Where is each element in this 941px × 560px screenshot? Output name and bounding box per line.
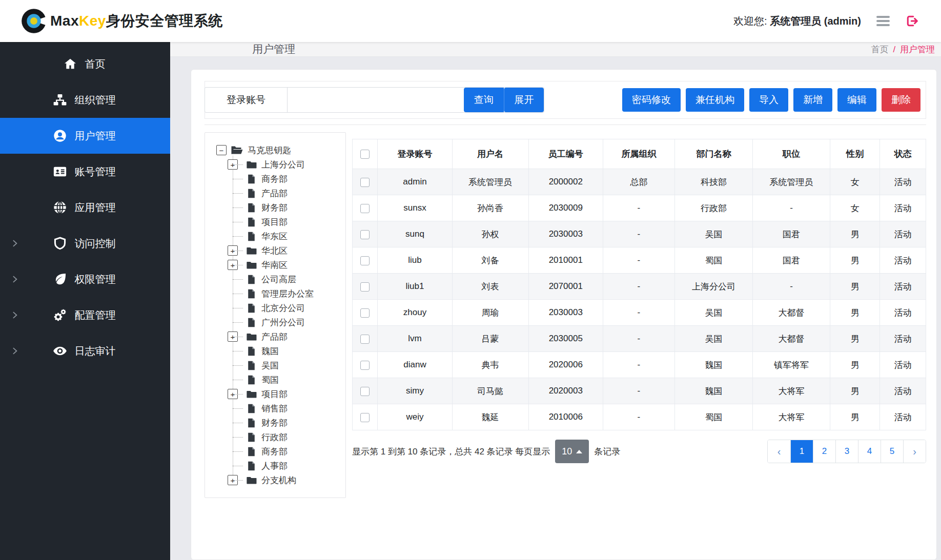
tree-node-label[interactable]: 上海分公司	[261, 159, 305, 171]
table-row[interactable]: liub刘备2010001-蜀国国君男活动	[353, 247, 926, 274]
table-row[interactable]: sunq孙权2030003-吴国国君男活动	[353, 221, 926, 247]
select-all-checkbox[interactable]	[360, 150, 370, 159]
tree-node[interactable]: 商务部	[246, 444, 340, 459]
tree-node[interactable]: 管理层办公室	[246, 286, 340, 301]
sidebar-item-org[interactable]: 组织管理	[0, 82, 170, 118]
tree-node-label[interactable]: 公司高层	[261, 274, 296, 285]
tree-node-label[interactable]: 财务部	[261, 417, 288, 429]
page-button-1[interactable]: 1	[790, 440, 813, 463]
tree-node[interactable]: +产品部	[246, 329, 340, 344]
next-page-button[interactable]: ›	[903, 440, 926, 463]
action-button-删除[interactable]: 删除	[882, 88, 920, 112]
row-checkbox[interactable]	[360, 413, 370, 422]
tree-node-label[interactable]: 华东区	[261, 231, 288, 242]
sidebar-item-audit[interactable]: 日志审计	[0, 333, 170, 369]
tree-node[interactable]: 公司高层	[246, 272, 340, 286]
minus-expander-icon[interactable]: −	[216, 145, 227, 155]
tree-node[interactable]: 广州分公司	[246, 315, 340, 329]
tree-node-label[interactable]: 北京分公司	[261, 302, 305, 314]
action-button-新增[interactable]: 新增	[793, 88, 832, 112]
plus-expander-icon[interactable]: +	[228, 245, 238, 256]
page-button-5[interactable]: 5	[881, 440, 903, 463]
row-checkbox[interactable]	[360, 335, 370, 344]
row-checkbox[interactable]	[360, 230, 370, 239]
table-row[interactable]: zhouy周瑜2030003-吴国大都督男活动	[353, 300, 926, 326]
tree-node[interactable]: 财务部	[246, 200, 340, 215]
tree-node-label[interactable]: 商务部	[261, 446, 288, 458]
plus-expander-icon[interactable]: +	[228, 331, 238, 342]
login-account-input[interactable]	[288, 88, 464, 112]
tree-node-label[interactable]: 产品部	[261, 331, 288, 343]
table-row[interactable]: sunsx孙尚香2030009-行政部-女活动	[353, 195, 926, 221]
tree-node[interactable]: +华南区	[246, 258, 340, 272]
sidebar-item-config[interactable]: 配置管理	[0, 297, 170, 333]
action-button-编辑[interactable]: 编辑	[837, 88, 876, 112]
tree-node[interactable]: 产品部	[246, 186, 340, 200]
row-checkbox[interactable]	[360, 282, 370, 292]
expand-button[interactable]: 展开	[504, 88, 544, 112]
tree-node-label[interactable]: 华北区	[261, 245, 288, 257]
page-button-4[interactable]: 4	[858, 440, 881, 463]
query-button[interactable]: 查询	[464, 88, 504, 112]
plus-expander-icon[interactable]: +	[228, 389, 238, 399]
tree-node[interactable]: 行政部	[246, 430, 340, 444]
tree-node-label[interactable]: 分支机构	[261, 474, 296, 486]
tree-node-label[interactable]: 魏国	[261, 345, 279, 357]
page-button-3[interactable]: 3	[835, 440, 858, 463]
previous-page-button[interactable]: ‹	[768, 440, 790, 463]
tree-node[interactable]: 华东区	[246, 229, 340, 243]
tree-node[interactable]: 财务部	[246, 416, 340, 430]
tree-node-label[interactable]: 商务部	[261, 173, 288, 185]
row-checkbox[interactable]	[360, 256, 370, 265]
action-button-导入[interactable]: 导入	[749, 88, 788, 112]
tree-node-label[interactable]: 蜀国	[261, 374, 279, 386]
sidebar-item-home[interactable]: 首页	[0, 46, 170, 82]
table-row[interactable]: weiy魏延2010006-蜀国大将军男活动	[353, 404, 926, 430]
tree-node[interactable]: −马克思钥匙	[216, 143, 340, 157]
tree-node-label[interactable]: 项目部	[261, 388, 288, 400]
tree-node-label[interactable]: 产品部	[261, 188, 288, 199]
tree-node[interactable]: 人事部	[246, 459, 340, 473]
logout-icon[interactable]	[905, 14, 919, 28]
tree-node-label[interactable]: 广州分公司	[261, 317, 305, 328]
tree-node-label[interactable]: 财务部	[261, 202, 288, 214]
row-checkbox[interactable]	[360, 308, 370, 318]
tree-node-label[interactable]: 吴国	[261, 360, 279, 371]
menu-toggle-icon[interactable]	[876, 16, 890, 26]
row-checkbox[interactable]	[360, 204, 370, 213]
row-checkbox[interactable]	[360, 387, 370, 396]
tree-node[interactable]: 商务部	[246, 172, 340, 186]
tree-node[interactable]: +分支机构	[246, 473, 340, 487]
breadcrumb-home[interactable]: 首页	[871, 45, 889, 54]
plus-expander-icon[interactable]: +	[228, 260, 238, 270]
tree-node[interactable]: 项目部	[246, 215, 340, 229]
tree-node-label[interactable]: 行政部	[261, 431, 288, 443]
sidebar-item-app[interactable]: 应用管理	[0, 190, 170, 225]
row-checkbox[interactable]	[360, 178, 370, 187]
tree-node[interactable]: 魏国	[246, 344, 340, 358]
table-row[interactable]: simy司马懿2020003-魏国大将军男活动	[353, 378, 926, 404]
page-size-dropdown[interactable]: 10	[555, 440, 589, 463]
row-checkbox[interactable]	[360, 361, 370, 370]
tree-node-label[interactable]: 销售部	[261, 403, 288, 414]
tree-node[interactable]: 蜀国	[246, 372, 340, 387]
tree-node[interactable]: 销售部	[246, 401, 340, 416]
sidebar-item-access[interactable]: 访问控制	[0, 225, 170, 261]
plus-expander-icon[interactable]: +	[228, 159, 238, 170]
tree-node[interactable]: 吴国	[246, 358, 340, 372]
table-row[interactable]: liub1刘表2070001-上海分公司-男活动	[353, 274, 926, 300]
action-button-兼任机构[interactable]: 兼任机构	[686, 88, 744, 112]
tree-node-label[interactable]: 项目部	[261, 216, 288, 228]
tree-node[interactable]: 北京分公司	[246, 301, 340, 315]
page-button-2[interactable]: 2	[813, 440, 835, 463]
table-row[interactable]: lvm吕蒙2030005-吴国大都督男活动	[353, 326, 926, 352]
tree-node-label[interactable]: 人事部	[261, 460, 288, 472]
tree-node-label[interactable]: 马克思钥匙	[248, 144, 291, 156]
action-button-密码修改[interactable]: 密码修改	[622, 88, 681, 112]
tree-node-label[interactable]: 管理层办公室	[261, 288, 314, 300]
tree-node[interactable]: +上海分公司	[246, 157, 340, 172]
tree-node[interactable]: +华北区	[246, 243, 340, 258]
sidebar-item-perm[interactable]: 权限管理	[0, 261, 170, 297]
plus-expander-icon[interactable]: +	[228, 475, 238, 485]
table-row[interactable]: dianw典韦2020006-魏国镇军将军男活动	[353, 352, 926, 378]
